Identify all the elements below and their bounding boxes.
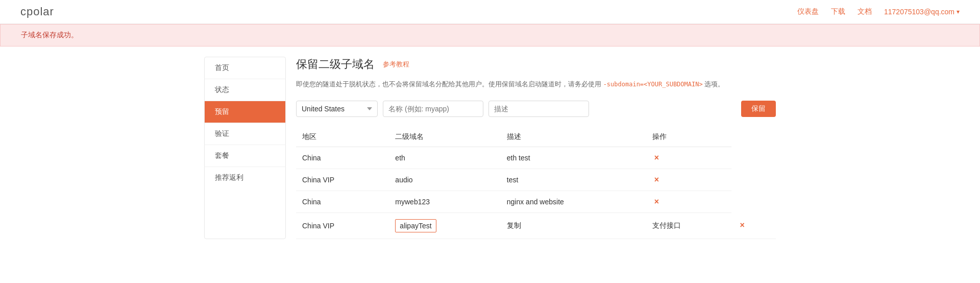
table-header-row: 地区 二级域名 描述 操作 <box>296 127 776 147</box>
page-header: 保留二级子域名 参考教程 <box>296 57 776 72</box>
sidebar-item-auth[interactable]: 验证 <box>205 123 285 145</box>
form-row: United States China China VIP 保留 <box>296 101 776 117</box>
delete-button[interactable]: × <box>652 197 661 206</box>
region-select[interactable]: United States China China VIP <box>296 101 378 117</box>
desc-text-2: 选项。 <box>703 80 725 88</box>
highlighted-subdomain: alipayTest <box>395 219 436 232</box>
sidebar-item-home[interactable]: 首页 <box>205 57 285 79</box>
col-desc: 描述 <box>501 127 646 147</box>
nav-dashboard[interactable]: 仪表盘 <box>797 7 819 16</box>
col-subdomain: 二级域名 <box>389 127 500 147</box>
delete-button[interactable]: × <box>652 175 661 184</box>
nav-download[interactable]: 下载 <box>831 7 845 16</box>
cell-region: China <box>296 191 389 213</box>
name-input[interactable] <box>383 101 483 117</box>
alert-message: 子域名保存成功。 <box>21 31 78 39</box>
main-layout: 首页 状态 预留 验证 套餐 推荐返利 保留二级子域名 参考教程 即使您的隧道处… <box>184 46 796 249</box>
header-user[interactable]: 1172075103@qq.com <box>884 8 960 16</box>
cell-subdomain: eth <box>389 147 500 169</box>
cell-action: × <box>646 191 732 213</box>
sidebar-item-plan[interactable]: 套餐 <box>205 145 285 167</box>
save-button[interactable]: 保留 <box>741 101 776 117</box>
data-table: 地区 二级域名 描述 操作 Chinaetheth test×China VIP… <box>296 127 776 239</box>
table-row: China VIPaudiotest× <box>296 169 776 191</box>
sidebar-item-status[interactable]: 状态 <box>205 79 285 101</box>
sidebar-item-reserve[interactable]: 预留 <box>205 101 285 123</box>
sidebar-item-referral[interactable]: 推荐返利 <box>205 167 285 188</box>
cell-region: China VIP <box>296 213 389 239</box>
cell-desc: 支付接口 <box>646 213 732 239</box>
page-desc: 即使您的隧道处于脱机状态，也不会将保留域名分配给其他用户。使用保留域名启动隧道时… <box>296 78 776 90</box>
header-nav: 仪表盘 下载 文档 1172075103@qq.com <box>797 7 960 16</box>
cell-desc: test <box>501 169 646 191</box>
alert-banner: 子域名保存成功。 <box>0 24 980 46</box>
desc-text-1: 即使您的隧道处于脱机状态，也不会将保留域名分配给其他用户。使用保留域名启动隧道时… <box>296 80 603 88</box>
logo: cpolar <box>20 5 54 18</box>
cell-action: × <box>646 147 732 169</box>
cell-subdomain: myweb123 <box>389 191 500 213</box>
col-action: 操作 <box>646 127 732 147</box>
copy-button[interactable]: 复制 <box>501 213 646 239</box>
cell-desc: eth test <box>501 147 646 169</box>
cell-action: × <box>731 213 776 239</box>
desc-code: -subdomain=<YOUR_SUBDOMAIN> <box>603 81 703 88</box>
cell-region: China VIP <box>296 169 389 191</box>
page-title: 保留二级子域名 <box>296 57 375 72</box>
desc-input[interactable] <box>488 101 589 117</box>
cell-subdomain: alipayTest <box>389 213 500 239</box>
table-row: Chinamyweb123nginx and website× <box>296 191 776 213</box>
delete-button[interactable]: × <box>738 221 746 230</box>
col-region: 地区 <box>296 127 389 147</box>
table-row: Chinaetheth test× <box>296 147 776 169</box>
nav-docs[interactable]: 文档 <box>857 7 872 16</box>
content: 保留二级子域名 参考教程 即使您的隧道处于脱机状态，也不会将保留域名分配给其他用… <box>296 57 776 239</box>
delete-button[interactable]: × <box>652 153 661 162</box>
cell-subdomain: audio <box>389 169 500 191</box>
sidebar: 首页 状态 预留 验证 套餐 推荐返利 <box>204 57 286 239</box>
header: cpolar 仪表盘 下载 文档 1172075103@qq.com <box>0 0 980 24</box>
ref-link[interactable]: 参考教程 <box>383 60 409 69</box>
cell-desc: nginx and website <box>501 191 646 213</box>
cell-action: × <box>646 169 732 191</box>
table-row: China VIPalipayTest复制支付接口× <box>296 213 776 239</box>
cell-region: China <box>296 147 389 169</box>
